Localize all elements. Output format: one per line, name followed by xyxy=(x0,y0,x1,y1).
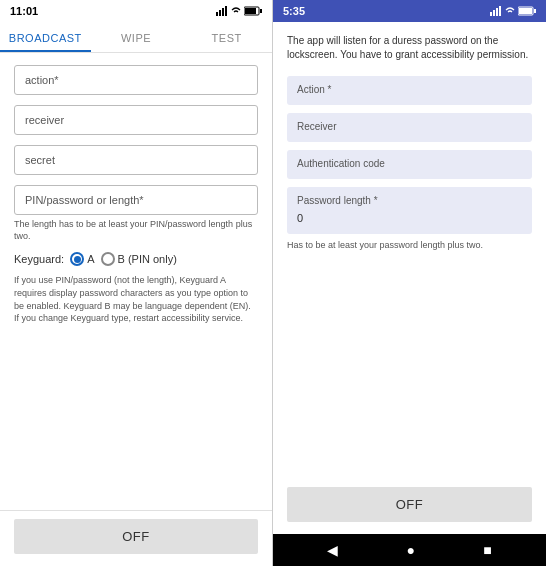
svg-rect-3 xyxy=(225,6,227,16)
nav-bar: ◀ ● ■ xyxy=(273,534,546,566)
keyguard-row: Keyguard: A B (PIN only) xyxy=(14,252,258,266)
password-length-value: 0 xyxy=(297,212,303,224)
left-tab-bar: BROADCAST WIPE TEST xyxy=(0,22,272,53)
svg-rect-9 xyxy=(496,8,498,16)
radio-b-circle[interactable] xyxy=(101,252,115,266)
action-field-block[interactable]: Action * xyxy=(287,76,532,105)
tab-test[interactable]: TEST xyxy=(181,22,272,52)
auth-code-label: Authentication code xyxy=(297,158,522,169)
svg-rect-2 xyxy=(222,8,224,16)
svg-rect-0 xyxy=(216,12,218,16)
wifi-icon xyxy=(231,6,241,16)
tab-broadcast[interactable]: BROADCAST xyxy=(0,22,91,52)
svg-rect-12 xyxy=(519,8,532,14)
keyguard-description: If you use PIN/password (not the length)… xyxy=(14,274,258,324)
password-length-label: Password length * xyxy=(297,195,522,206)
pin-input[interactable] xyxy=(14,185,258,215)
right-time: 5:35 xyxy=(283,5,305,17)
left-off-button[interactable]: OFF xyxy=(14,519,258,554)
right-content: The app will listen for a duress passwor… xyxy=(273,22,546,479)
tab-wipe[interactable]: WIPE xyxy=(91,22,182,52)
left-bottom-bar: OFF xyxy=(0,510,272,566)
secret-input[interactable] xyxy=(14,145,258,175)
back-button[interactable]: ◀ xyxy=(327,542,338,558)
right-battery-icon xyxy=(518,6,536,16)
left-content: The length has to be at least your PIN/p… xyxy=(0,53,272,510)
signal-icon xyxy=(216,6,228,16)
right-signal-icon xyxy=(490,6,502,16)
right-off-button[interactable]: OFF xyxy=(287,487,532,522)
action-input[interactable] xyxy=(14,65,258,95)
password-hint: Has to be at least your password length … xyxy=(287,240,532,252)
svg-rect-8 xyxy=(493,10,495,16)
pin-hint: The length has to be at least your PIN/p… xyxy=(14,219,258,242)
svg-rect-1 xyxy=(219,10,221,16)
svg-rect-5 xyxy=(245,8,256,14)
info-text: The app will listen for a duress passwor… xyxy=(287,34,532,62)
action-label: Action * xyxy=(297,84,522,95)
svg-rect-13 xyxy=(534,9,536,13)
svg-rect-10 xyxy=(499,6,501,16)
left-status-bar: 11:01 xyxy=(0,0,272,22)
right-wifi-icon xyxy=(505,6,515,16)
svg-rect-7 xyxy=(490,12,492,16)
left-time: 11:01 xyxy=(10,5,38,17)
right-status-bar: 5:35 xyxy=(273,0,546,22)
keyguard-label: Keyguard: xyxy=(14,253,64,265)
right-phone: 5:35 The app will listen for a duress pa… xyxy=(273,0,546,566)
right-bottom-bar: OFF xyxy=(273,479,546,534)
recent-button[interactable]: ■ xyxy=(483,542,491,558)
password-length-block[interactable]: Password length * 0 xyxy=(287,187,532,234)
left-phone: 11:01 BROADCAST WIPE xyxy=(0,0,273,566)
left-status-icons xyxy=(216,6,262,16)
auth-code-field-block[interactable]: Authentication code xyxy=(287,150,532,179)
right-status-icons xyxy=(490,6,536,16)
radio-b-label[interactable]: B (PIN only) xyxy=(101,252,177,266)
receiver-input[interactable] xyxy=(14,105,258,135)
receiver-label: Receiver xyxy=(297,121,522,132)
radio-a-circle[interactable] xyxy=(70,252,84,266)
home-button[interactable]: ● xyxy=(407,542,415,558)
svg-rect-6 xyxy=(260,9,262,13)
receiver-field-block[interactable]: Receiver xyxy=(287,113,532,142)
radio-a-label[interactable]: A xyxy=(70,252,94,266)
battery-icon xyxy=(244,6,262,16)
